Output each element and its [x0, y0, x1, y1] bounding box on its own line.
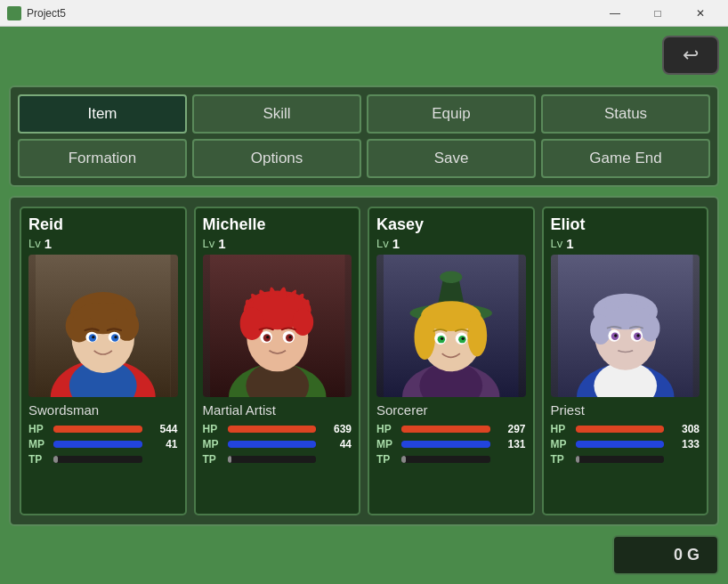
char-card-kasey[interactable]: Kasey Lv 1 [368, 207, 535, 515]
svg-point-28 [288, 336, 291, 338]
tp-row-eliot: TP [551, 453, 700, 466]
char-level-michelle: Lv 1 [203, 236, 352, 251]
gold-panel: 0 G [612, 535, 719, 575]
mp-bar-container-eliot [576, 441, 665, 448]
hp-label: HP [551, 423, 572, 435]
char-portrait-michelle [203, 255, 352, 397]
title-bar-controls: — □ ✕ [595, 0, 721, 27]
mp-bar-container-kasey [401, 441, 490, 448]
menu-item-save[interactable]: Save [367, 139, 536, 178]
char-class-eliot: Priest [551, 402, 700, 418]
char-portrait-reid [28, 255, 178, 397]
hp-label: HP [203, 423, 224, 435]
tp-row-reid: TP [28, 453, 178, 466]
lv-label: Lv [551, 237, 563, 250]
svg-point-13 [92, 336, 94, 338]
title-bar: Project5 — □ ✕ [0, 0, 728, 27]
lv-label: Lv [28, 237, 41, 250]
svg-point-37 [414, 314, 435, 360]
close-button[interactable]: ✕ [680, 0, 721, 27]
lv-label: Lv [376, 237, 389, 250]
menu-item-status[interactable]: Status [541, 94, 710, 134]
tp-bar-michelle [228, 456, 232, 463]
menu-item-game-end[interactable]: Game End [541, 139, 710, 178]
mp-row-eliot: MP 133 [551, 438, 700, 450]
mp-label: MP [28, 438, 50, 450]
svg-point-27 [266, 336, 269, 338]
hp-label: HP [28, 423, 50, 435]
menu-item-skill[interactable]: Skill [192, 94, 361, 134]
mp-bar-container-michelle [228, 441, 317, 448]
hp-row-michelle: HP 639 [203, 423, 352, 435]
mp-bar-reid [53, 441, 142, 448]
svg-point-14 [114, 336, 117, 338]
mp-label: MP [376, 438, 398, 450]
svg-point-57 [614, 334, 617, 337]
tp-bar-reid [53, 456, 58, 463]
char-level-num-reid: 1 [44, 236, 52, 251]
char-name-michelle: Michelle [203, 215, 352, 234]
menu-item-formation[interactable]: Formation [18, 139, 187, 178]
svg-point-51 [590, 314, 611, 345]
tp-bar-eliot [576, 456, 580, 463]
mp-label: MP [203, 438, 224, 450]
hp-bar-michelle [228, 426, 317, 433]
svg-point-58 [636, 334, 639, 337]
tp-bar-container-michelle [228, 456, 317, 463]
mp-value-eliot: 133 [667, 438, 700, 450]
char-portrait-kasey [376, 255, 526, 397]
mp-value-reid: 41 [146, 438, 178, 450]
mp-bar-michelle [228, 441, 317, 448]
char-level-num-michelle: 1 [218, 236, 225, 251]
menu-item-options[interactable]: Options [192, 139, 361, 178]
hp-bar-container-michelle [228, 426, 317, 433]
svg-point-21 [239, 307, 263, 340]
char-level-kasey: Lv 1 [376, 236, 526, 251]
hp-row-eliot: HP 308 [551, 423, 700, 435]
back-icon: ↩ [683, 44, 699, 67]
hp-bar-container-eliot [576, 426, 665, 433]
char-card-reid[interactable]: Reid Lv 1 [20, 207, 187, 515]
mp-value-kasey: 131 [494, 438, 526, 450]
mp-bar-kasey [401, 441, 490, 448]
char-portrait-eliot [551, 255, 700, 397]
char-name-reid: Reid [28, 215, 178, 234]
char-class-kasey: Sorcerer [376, 402, 526, 418]
lv-label: Lv [203, 237, 215, 250]
tp-label: TP [203, 453, 224, 466]
tp-label: TP [376, 453, 398, 466]
hp-bar-reid [53, 426, 142, 433]
hp-row-kasey: HP 297 [376, 423, 526, 435]
mp-value-michelle: 44 [320, 438, 352, 450]
svg-point-22 [292, 309, 313, 336]
char-level-num-kasey: 1 [392, 236, 400, 251]
tp-bar-kasey [401, 456, 406, 463]
menu-item-item[interactable]: Item [18, 94, 187, 134]
characters-panel: Reid Lv 1 [9, 196, 719, 526]
main-area: ↩ Item Skill Equip Status Formation Opti… [0, 27, 728, 584]
hp-bar-container-kasey [401, 426, 490, 433]
char-level-eliot: Lv 1 [551, 236, 700, 251]
svg-point-33 [440, 272, 462, 283]
mp-row-reid: MP 41 [28, 438, 178, 450]
hp-bar-eliot [576, 426, 665, 433]
char-name-kasey: Kasey [376, 215, 526, 234]
char-class-reid: Swordsman [28, 402, 178, 418]
char-card-eliot[interactable]: Eliot Lv 1 [542, 207, 709, 515]
app-icon [7, 6, 21, 20]
svg-point-38 [467, 314, 487, 356]
tp-row-michelle: TP [203, 453, 352, 466]
hp-value-michelle: 639 [320, 423, 352, 435]
char-level-num-eliot: 1 [566, 236, 573, 251]
minimize-button[interactable]: — [595, 0, 635, 27]
char-card-michelle[interactable]: Michelle Lv 1 [194, 207, 361, 515]
tp-row-kasey: TP [376, 453, 526, 466]
tp-label: TP [28, 453, 50, 466]
hp-row-reid: HP 544 [28, 423, 178, 435]
tp-bar-container-reid [53, 456, 142, 463]
menu-item-equip[interactable]: Equip [367, 94, 536, 134]
back-button[interactable]: ↩ [662, 36, 719, 75]
hp-bar-container-reid [53, 426, 142, 433]
maximize-button[interactable]: □ [637, 0, 678, 27]
char-level-reid: Lv 1 [28, 236, 178, 251]
